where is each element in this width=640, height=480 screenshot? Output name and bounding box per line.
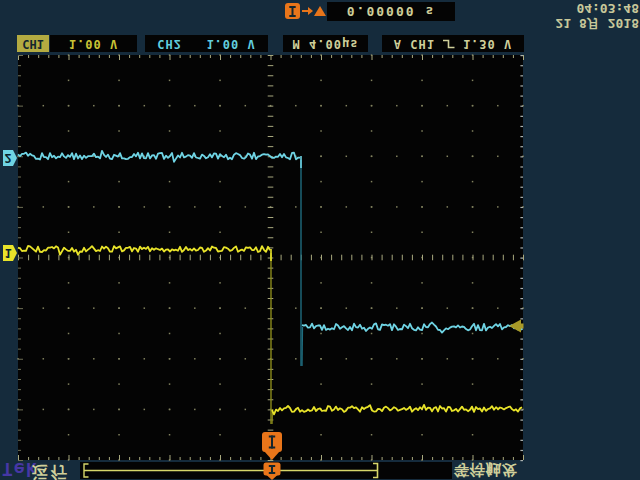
- trigger-level-value: 1.30 V: [463, 37, 512, 51]
- time-value: 04:03:48: [576, 1, 639, 16]
- ch2-scale-readout: CH2 1.00 V: [145, 35, 268, 52]
- svg-text:1: 1: [4, 246, 11, 260]
- datetime-display: 04:03:48 21 8月 2018: [544, 1, 639, 31]
- ch1-badge: CH1: [17, 35, 49, 52]
- horizontal-position-readout: 0.00000 s: [327, 2, 455, 21]
- trigger-source: A CH1: [394, 37, 435, 51]
- trigger-slope-icon: [442, 37, 456, 50]
- ch2-label: CH2: [157, 37, 182, 51]
- graticule: [18, 55, 523, 460]
- svg-text:2: 2: [4, 151, 11, 165]
- oscilloscope-screen: 0.00000 s 04:03:48 21 8月 2018 CH1 1.00 V…: [0, 0, 640, 480]
- date-value: 21 8月 2018: [556, 16, 639, 31]
- timebase-readout: M 4.00μs: [283, 35, 368, 52]
- trigger-readout: A CH1 1.30 V: [382, 35, 524, 52]
- horizontal-position-value: 0.00000 s: [347, 4, 435, 19]
- record-view-bar: [80, 462, 452, 479]
- trigger-status: 等待触发: [454, 460, 518, 479]
- ch1-scale-readout: 1.00 V: [50, 35, 137, 52]
- ch2-scale-value: 1.00 V: [206, 37, 255, 51]
- acquisition-status: 运行: [32, 461, 70, 480]
